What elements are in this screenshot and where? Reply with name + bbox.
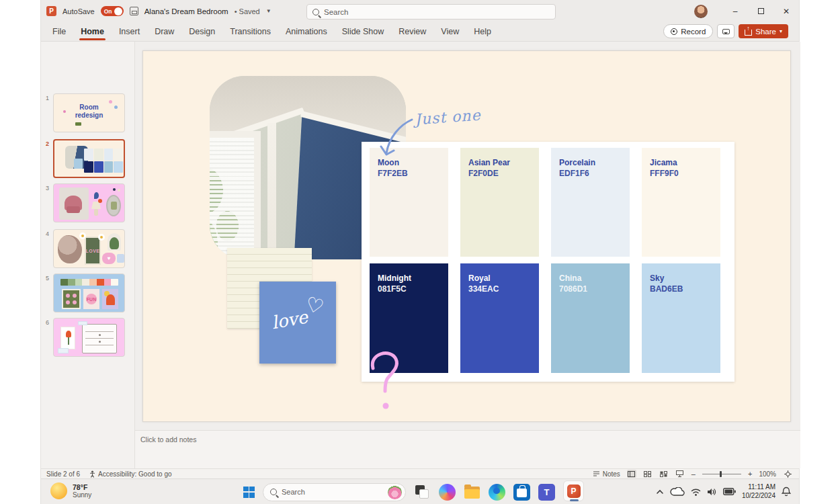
swatch-hex: EDF1F6 <box>559 169 630 179</box>
tab-design[interactable]: Design <box>189 23 215 42</box>
swatch-sky[interactable]: Sky BAD6EB <box>642 263 720 373</box>
thumb1-title: Room redesign <box>69 103 110 119</box>
minimize-button[interactable]: – <box>722 0 748 22</box>
slide-thumbnail-5[interactable]: FUN <box>53 274 125 312</box>
windows-taskbar: 78°F Sunny T P <box>41 478 799 504</box>
tray-chevron-up-icon[interactable] <box>656 489 664 495</box>
slide-thumbnail-1[interactable]: Room redesign <box>53 93 125 132</box>
slide-thumbnail-2-selected[interactable] <box>53 139 125 178</box>
onedrive-cloud-icon[interactable] <box>670 487 685 497</box>
notes-placeholder[interactable]: Click to add notes <box>140 435 196 444</box>
microsoft-store-icon[interactable] <box>513 484 530 501</box>
search-input[interactable] <box>324 8 550 16</box>
curved-arrow-icon <box>380 116 416 163</box>
swatch-porcelain[interactable]: Porcelain EDF1F6 <box>551 148 630 257</box>
record-icon <box>671 28 677 35</box>
close-button[interactable]: ✕ <box>773 0 799 22</box>
file-explorer-icon[interactable] <box>464 484 480 501</box>
tab-animations[interactable]: Animations <box>286 23 327 42</box>
accessibility-status[interactable]: Accessibility: Good to go <box>89 470 172 478</box>
taskbar-search-box[interactable] <box>263 483 406 501</box>
title-bar: P AutoSave On Alana's Dream Bedroom • Sa… <box>41 0 799 22</box>
task-view-button[interactable] <box>414 484 431 501</box>
zoom-slider[interactable] <box>702 474 741 474</box>
workspace: 1 Room redesign 2 3 <box>41 42 799 468</box>
slide-2[interactable]: Moon F7F2EB Asian Pear F2F0DE Porcelain <box>142 50 791 422</box>
thumb4-art <box>117 254 124 263</box>
maximize-button[interactable] <box>748 0 773 22</box>
weather-widget[interactable]: 78°F Sunny <box>50 482 91 499</box>
swatch-royal[interactable]: Royal 334EAC <box>460 263 539 373</box>
zoom-in-button[interactable]: + <box>748 470 752 478</box>
record-button[interactable]: Record <box>663 24 713 38</box>
speaker-icon[interactable] <box>707 488 717 496</box>
tab-view[interactable]: View <box>441 23 459 42</box>
zoom-slider-handle[interactable] <box>720 471 722 477</box>
share-chevron-down-icon: ▾ <box>780 28 782 34</box>
swatch-name: Jicama <box>650 158 720 169</box>
swatch-hex: 334EAC <box>468 284 539 295</box>
wifi-icon[interactable] <box>691 488 701 496</box>
slide-thumbnail-4[interactable]: LOVE ♥ <box>53 229 125 268</box>
autosave-toggle-state: On <box>104 8 112 15</box>
reading-view-button[interactable] <box>659 470 669 478</box>
edge-browser-icon[interactable] <box>489 484 505 501</box>
tab-slide-show[interactable]: Slide Show <box>342 23 384 42</box>
document-title[interactable]: Alana's Dream Bedroom <box>144 7 228 15</box>
share-button[interactable]: Share ▾ <box>739 24 788 38</box>
normal-view-button[interactable] <box>627 470 636 478</box>
color-palette-card[interactable]: Moon F7F2EB Asian Pear F2F0DE Porcelain <box>362 142 734 382</box>
autosave-toggle[interactable]: On <box>101 6 124 16</box>
saved-bullet: • <box>235 7 237 15</box>
zoom-out-button[interactable]: – <box>691 470 696 478</box>
copilot-icon[interactable] <box>439 484 456 501</box>
notes-panel[interactable]: Click to add notes <box>135 430 800 468</box>
blue-sticky-note[interactable]: love ♡ <box>259 282 336 364</box>
slide-thumbnail-3[interactable] <box>53 183 125 222</box>
tab-draw[interactable]: Draw <box>155 23 174 42</box>
tab-home[interactable]: Home <box>81 23 104 42</box>
weather-temperature: 78°F <box>73 483 91 491</box>
just-one-annotation[interactable]: Just one <box>414 107 481 128</box>
thumb4-poster: LOVE <box>85 237 101 265</box>
accessibility-icon <box>89 470 95 478</box>
swatch-asian-pear[interactable]: Asian Pear F2F0DE <box>460 148 539 257</box>
ribbon-tab-bar: File Home Insert Draw Design Transitions… <box>41 22 799 42</box>
tab-insert[interactable]: Insert <box>119 23 140 42</box>
swatch-moon[interactable]: Moon F7F2EB <box>370 148 448 257</box>
swatch-china[interactable]: China 7086D1 <box>551 263 630 373</box>
tab-transitions[interactable]: Transitions <box>230 23 271 42</box>
zoom-level[interactable]: 100% <box>759 470 776 478</box>
tab-review[interactable]: Review <box>398 23 426 42</box>
swatch-jicama[interactable]: Jicama FFF9F0 <box>642 148 720 257</box>
clock-widget[interactable]: 11:11 AM 10/22/2024 <box>742 483 775 500</box>
tab-file[interactable]: File <box>52 23 66 42</box>
powerpoint-app-icon[interactable]: P <box>46 6 56 16</box>
app-search-box[interactable] <box>306 4 556 19</box>
fit-slide-to-window-button[interactable] <box>783 470 792 478</box>
slide-thumbnail-6[interactable] <box>53 318 125 357</box>
battery-icon[interactable] <box>723 488 736 495</box>
slide-sorter-view-button[interactable] <box>643 470 653 478</box>
title-chevron-down-icon[interactable]: ▼ <box>266 8 271 14</box>
thumb-number-1: 1 <box>46 95 49 101</box>
notes-toggle-button[interactable]: Notes <box>593 470 620 478</box>
notification-bell-icon[interactable] <box>782 487 791 497</box>
teams-icon[interactable]: T <box>538 484 555 501</box>
thumb-number-4: 4 <box>46 230 49 237</box>
photo-blinds <box>210 138 254 255</box>
save-icon[interactable] <box>130 7 138 15</box>
user-avatar[interactable] <box>694 5 708 18</box>
thumb3-art <box>94 192 99 199</box>
lotus-flower-icon <box>388 485 402 499</box>
powerpoint-taskbar-icon-active[interactable]: P <box>563 480 584 501</box>
thumb5-art <box>102 289 118 309</box>
tab-help[interactable]: Help <box>474 23 491 42</box>
slide-indicator[interactable]: Slide 2 of 6 <box>46 470 80 478</box>
windows-start-button[interactable] <box>243 487 255 498</box>
slideshow-view-button[interactable] <box>675 470 685 478</box>
comments-button[interactable] <box>717 24 734 38</box>
thumb1-art <box>63 110 66 113</box>
taskbar-search-input[interactable] <box>282 488 362 496</box>
thumb5-poster: FUN <box>83 289 99 309</box>
